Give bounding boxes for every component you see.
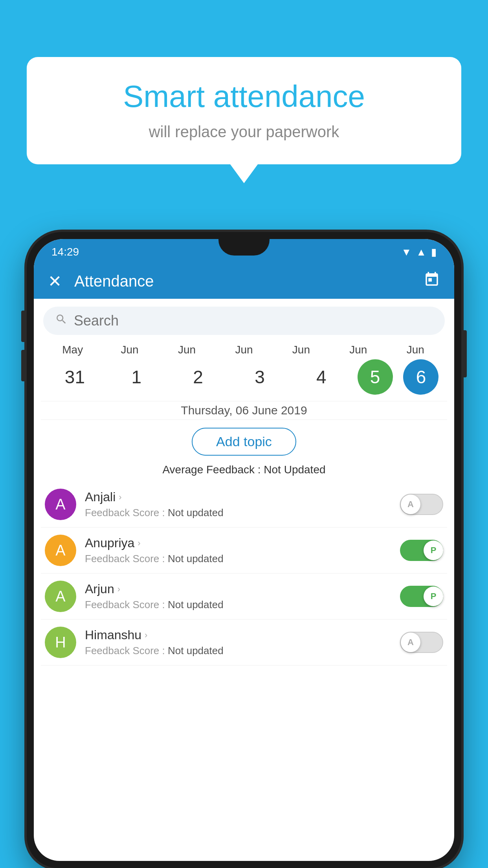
phone-notch — [218, 239, 270, 256]
toggle-arjun[interactable]: P — [400, 586, 443, 607]
attendance-toggle-anupriya[interactable]: P — [400, 540, 443, 561]
student-info-anupriya: Anupriya › Feedback Score : Not updated — [85, 536, 391, 565]
student-item-anjali[interactable]: A Anjali › Feedback Score : Not updated … — [41, 482, 447, 528]
month-3: Jun — [218, 344, 270, 356]
date-strip: May Jun Jun Jun Jun Jun Jun 31 1 2 3 4 5… — [34, 340, 454, 401]
search-input[interactable] — [74, 313, 433, 329]
speech-bubble-subtitle: will replace your paperwork — [50, 123, 438, 141]
day-1[interactable]: 1 — [111, 366, 162, 388]
search-bar[interactable] — [43, 307, 445, 335]
phone-screen: 14:29 ▼ ▲ ▮ ✕ Attendance — [34, 239, 454, 861]
student-name-himanshu[interactable]: Himanshu › — [85, 628, 391, 642]
toggle-anjali[interactable]: A — [400, 494, 443, 515]
signal-icon: ▲ — [416, 246, 426, 258]
avatar-anupriya: A — [45, 535, 76, 566]
day-5-today[interactable]: 5 — [358, 359, 393, 395]
day-3[interactable]: 3 — [234, 366, 285, 388]
speech-bubble: Smart attendance will replace your paper… — [27, 57, 461, 164]
student-feedback-arjun: Feedback Score : Not updated — [85, 599, 391, 611]
avg-feedback-label: Average Feedback : — [162, 463, 261, 476]
student-item-anupriya[interactable]: A Anupriya › Feedback Score : Not update… — [41, 528, 447, 574]
toggle-knob-arjun: P — [424, 587, 443, 606]
month-5: Jun — [333, 344, 384, 356]
add-topic-container: Add topic — [34, 420, 454, 463]
toggle-anupriya[interactable]: P — [400, 540, 443, 561]
chevron-icon: › — [117, 584, 120, 594]
wifi-icon: ▼ — [402, 246, 412, 258]
search-icon — [55, 313, 68, 329]
student-name-anupriya[interactable]: Anupriya › — [85, 536, 391, 550]
day-row[interactable]: 31 1 2 3 4 5 6 — [41, 356, 447, 401]
volume-down-button — [21, 350, 25, 381]
student-feedback-himanshu: Feedback Score : Not updated — [85, 645, 391, 657]
day-2[interactable]: 2 — [172, 366, 224, 388]
app-bar-title: Attendance — [74, 272, 424, 290]
avatar-arjun: A — [45, 581, 76, 612]
selected-date-label: Thursday, 06 June 2019 — [41, 401, 447, 420]
speech-bubble-container: Smart attendance will replace your paper… — [27, 57, 461, 164]
calendar-icon[interactable] — [424, 271, 440, 291]
avg-feedback-value: Not Updated — [264, 463, 325, 476]
day-4[interactable]: 4 — [296, 366, 347, 388]
attendance-toggle-arjun[interactable]: P — [400, 586, 443, 607]
student-list: A Anjali › Feedback Score : Not updated … — [34, 482, 454, 666]
day-6-selected[interactable]: 6 — [403, 359, 438, 395]
student-info-arjun: Arjun › Feedback Score : Not updated — [85, 582, 391, 611]
avatar-anjali: A — [45, 489, 76, 520]
toggle-knob-himanshu: A — [401, 633, 420, 652]
month-row: May Jun Jun Jun Jun Jun Jun — [41, 344, 447, 356]
day-31[interactable]: 31 — [49, 366, 100, 388]
student-info-himanshu: Himanshu › Feedback Score : Not updated — [85, 628, 391, 657]
phone-frame: 14:29 ▼ ▲ ▮ ✕ Attendance — [27, 232, 461, 868]
student-item-himanshu[interactable]: H Himanshu › Feedback Score : Not update… — [41, 620, 447, 666]
speech-bubble-title: Smart attendance — [50, 79, 438, 114]
chevron-icon: › — [138, 538, 140, 548]
toggle-himanshu[interactable]: A — [400, 632, 443, 653]
battery-icon: ▮ — [431, 246, 437, 258]
status-time: 14:29 — [51, 246, 79, 258]
month-6: Jun — [390, 344, 441, 356]
chevron-icon: › — [145, 630, 147, 640]
student-info-anjali: Anjali › Feedback Score : Not updated — [85, 490, 391, 519]
attendance-toggle-himanshu[interactable]: A — [400, 632, 443, 653]
month-2: Jun — [161, 344, 213, 356]
month-1: Jun — [104, 344, 155, 356]
toggle-knob-anjali: A — [401, 495, 420, 514]
status-icons: ▼ ▲ ▮ — [402, 246, 437, 258]
student-name-anjali[interactable]: Anjali › — [85, 490, 391, 504]
app-bar: ✕ Attendance — [34, 263, 454, 299]
power-button — [463, 330, 467, 377]
student-feedback-anupriya: Feedback Score : Not updated — [85, 553, 391, 565]
attendance-toggle-anjali[interactable]: A — [400, 494, 443, 515]
close-button[interactable]: ✕ — [48, 272, 62, 291]
avatar-himanshu: H — [45, 627, 76, 658]
add-topic-button[interactable]: Add topic — [192, 428, 296, 456]
month-0: May — [47, 344, 98, 356]
toggle-knob-anupriya: P — [424, 541, 443, 560]
chevron-icon: › — [119, 492, 121, 502]
student-name-arjun[interactable]: Arjun › — [85, 582, 391, 596]
avg-feedback: Average Feedback : Not Updated — [34, 463, 454, 482]
month-4: Jun — [275, 344, 327, 356]
volume-up-button — [21, 311, 25, 342]
student-feedback-anjali: Feedback Score : Not updated — [85, 507, 391, 519]
student-item-arjun[interactable]: A Arjun › Feedback Score : Not updated P — [41, 574, 447, 620]
